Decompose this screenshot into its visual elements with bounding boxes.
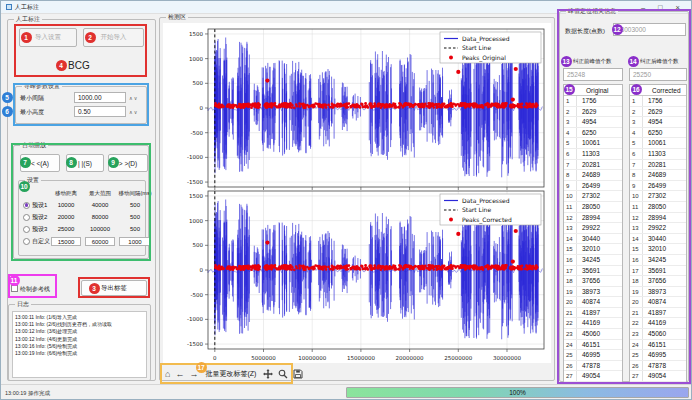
table-row[interactable]: 46250 [564,128,622,139]
batch-edit-labels-button[interactable]: 批量更改标签(Z) [203,368,258,380]
import-settings-button[interactable]: 导入设置 [19,28,77,47]
table-row[interactable]: 1027302 [564,191,622,202]
table-row[interactable]: 11756 [630,96,686,107]
peak-position-value: 30440 [643,234,666,244]
table-row[interactable]: 1430440 [564,234,622,245]
table-row[interactable]: 2244169 [630,318,686,329]
table-row[interactable]: 2647878 [630,361,686,372]
signal-plot-original[interactable]: -1500-1000-500050010001500Data_Processed… [163,23,551,190]
preset-row[interactable]: 预设11000040000500 [23,199,143,211]
forward-icon[interactable]: → [189,369,198,379]
preset-radio[interactable] [23,202,30,209]
table-row[interactable]: 2345060 [630,329,686,340]
table-row[interactable]: 34954 [630,117,686,128]
svg-text:-1000: -1000 [187,154,203,160]
pan-icon[interactable] [263,369,273,379]
table-row[interactable]: 2040874 [630,297,686,308]
table-row[interactable]: 1735691 [630,266,686,277]
table-row[interactable]: 2647878 [564,361,622,372]
min-interval-input[interactable]: 1000.00 [74,92,126,103]
table-row[interactable]: 1634245 [630,255,686,266]
table-row[interactable]: 1128050 [564,202,622,213]
preset-row[interactable]: 自定义15000600001000 [23,235,143,247]
preset-value-input[interactable]: 1000 [119,237,151,246]
table-row[interactable]: 1228994 [564,213,622,224]
table-row[interactable]: 1532010 [564,244,622,255]
min-interval-spinner[interactable]: ∧∨ [129,95,138,101]
table-row[interactable]: 2244169 [564,318,622,329]
row-index: 7 [564,160,577,170]
table-row[interactable]: 1329922 [630,223,686,234]
table-row[interactable]: 720281 [630,160,686,171]
table-row[interactable]: 2749054 [564,371,622,382]
back-icon[interactable]: ← [175,369,184,379]
table-row[interactable]: 611303 [630,149,686,160]
corrected-peaks-table[interactable]: Corrected 117562262934954462505100616113… [629,84,687,382]
table-row[interactable]: 2749054 [630,371,686,382]
preset-value: 500 [117,202,153,208]
table-row[interactable]: 1634245 [564,255,622,266]
table-row[interactable]: 1532010 [630,244,686,255]
peak-position-value: 41897 [643,308,666,318]
table-row[interactable]: 2040874 [564,297,622,308]
table-row[interactable]: 611303 [564,149,622,160]
peak-position-value: 32010 [643,244,666,254]
table-row[interactable]: 510061 [564,138,622,149]
zoom-icon[interactable] [278,369,288,379]
table-row[interactable]: 1938973 [564,287,622,298]
table-row[interactable]: 2141897 [564,308,622,319]
table-row[interactable]: 2446151 [630,340,686,351]
autoplay-back-button[interactable]: < <(A) [20,154,60,172]
log-output[interactable]: 13:00:11 Info: (1/6)导入完成13:00:11 Info: (… [12,311,147,378]
autoplay-pause-button[interactable]: | |(S) [66,154,104,172]
original-peaks-table[interactable]: Original 1175622629349544625051006161130… [563,84,623,382]
table-row[interactable]: 11756 [564,96,622,107]
table-row[interactable]: 1837656 [630,276,686,287]
table-row[interactable]: 926499 [564,181,622,192]
table-row[interactable]: 824689 [630,170,686,181]
autoplay-forward-button[interactable]: > >(D) [108,154,148,172]
min-interval-label: 最小间隔 [20,94,44,103]
export-labels-button[interactable]: 导出标签 [81,280,147,296]
table-row[interactable]: 46250 [630,128,686,139]
home-icon[interactable]: ⌂ [165,369,170,379]
table-row[interactable]: 22629 [564,107,622,118]
preset-row[interactable]: 预设325000100000500 [23,223,143,235]
table-row[interactable]: 1329922 [564,223,622,234]
table-row[interactable]: 22629 [630,107,686,118]
save-icon[interactable] [293,369,303,379]
preset-value-input[interactable]: 60000 [85,237,115,246]
reference-line-checkbox[interactable] [11,285,18,292]
table-row[interactable]: 1837656 [564,276,622,287]
table-row[interactable]: 1128050 [630,202,686,213]
signal-plot-corrected[interactable]: -1500-1000-50005001000150005000000100000… [163,189,551,365]
preset-value-input[interactable]: 15000 [51,237,81,246]
table-row[interactable]: 926499 [630,181,686,192]
preset-radio[interactable] [23,214,30,221]
table-row[interactable]: 1430440 [630,234,686,245]
peak-position-value: 2629 [643,107,662,117]
peak-position-value: 34245 [643,255,666,265]
log-entry: 13:00:12 Info: (4/6)更新完成 [15,336,144,343]
svg-text:500: 500 [193,80,204,86]
table-row[interactable]: 1027302 [630,191,686,202]
table-row[interactable]: 720281 [564,160,622,171]
table-row[interactable]: 2141897 [630,308,686,319]
preset-row[interactable]: 预设22000080000500 [23,211,143,223]
preset-radio[interactable] [23,238,30,245]
table-row[interactable]: 824689 [564,170,622,181]
table-row[interactable]: 510061 [630,138,686,149]
table-row[interactable]: 1735691 [564,266,622,277]
start-import-button[interactable]: 开始导入 [83,28,144,47]
preset-radio[interactable] [23,226,30,233]
table-row[interactable]: 2546995 [630,350,686,361]
row-index: 5 [630,138,643,148]
table-row[interactable]: 34954 [564,117,622,128]
table-row[interactable]: 2345060 [564,329,622,340]
table-row[interactable]: 1228994 [630,213,686,224]
table-row[interactable]: 2446151 [564,340,622,351]
min-height-spinner[interactable]: ∧∨ [129,109,138,115]
min-height-input[interactable]: 0.50 [74,106,126,117]
table-row[interactable]: 1938973 [630,287,686,298]
table-row[interactable]: 2546995 [564,350,622,361]
